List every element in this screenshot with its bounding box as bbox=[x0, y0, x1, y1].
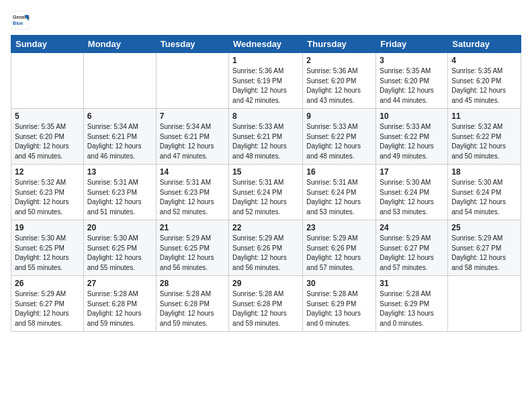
day-number: 20 bbox=[87, 223, 152, 232]
day-info: Sunrise: 5:28 AM Sunset: 6:29 PM Dayligh… bbox=[380, 289, 444, 328]
day-info: Sunrise: 5:31 AM Sunset: 6:23 PM Dayligh… bbox=[87, 178, 152, 217]
day-info: Sunrise: 5:34 AM Sunset: 6:21 PM Dayligh… bbox=[160, 122, 225, 161]
day-number: 7 bbox=[160, 111, 225, 121]
day-cell-4: 4Sunrise: 5:35 AM Sunset: 6:20 PM Daylig… bbox=[448, 53, 521, 109]
day-number: 14 bbox=[160, 167, 225, 177]
day-cell-22: 22Sunrise: 5:29 AM Sunset: 6:26 PM Dayli… bbox=[229, 220, 303, 276]
day-info: Sunrise: 5:31 AM Sunset: 6:24 PM Dayligh… bbox=[232, 178, 299, 217]
day-cell-14: 14Sunrise: 5:31 AM Sunset: 6:23 PM Dayli… bbox=[156, 165, 228, 220]
day-info: Sunrise: 5:33 AM Sunset: 6:21 PM Dayligh… bbox=[232, 122, 299, 161]
day-number: 6 bbox=[87, 111, 152, 121]
day-info: Sunrise: 5:35 AM Sunset: 6:20 PM Dayligh… bbox=[380, 66, 444, 105]
day-number: 1 bbox=[232, 56, 299, 65]
weekday-header-monday: Monday bbox=[83, 36, 156, 53]
day-cell-31: 31Sunrise: 5:28 AM Sunset: 6:29 PM Dayli… bbox=[376, 276, 448, 332]
svg-text:Blue: Blue bbox=[13, 21, 23, 26]
day-cell-9: 9Sunrise: 5:33 AM Sunset: 6:22 PM Daylig… bbox=[303, 109, 376, 165]
day-number: 10 bbox=[380, 111, 444, 121]
day-number: 24 bbox=[380, 223, 444, 232]
weekday-header-tuesday: Tuesday bbox=[156, 36, 228, 53]
day-info: Sunrise: 5:32 AM Sunset: 6:22 PM Dayligh… bbox=[451, 122, 517, 161]
day-number: 5 bbox=[15, 111, 80, 121]
day-cell-23: 23Sunrise: 5:29 AM Sunset: 6:26 PM Dayli… bbox=[303, 220, 376, 276]
day-number: 12 bbox=[15, 167, 80, 177]
day-cell-7: 7Sunrise: 5:34 AM Sunset: 6:21 PM Daylig… bbox=[156, 109, 228, 165]
day-number: 8 bbox=[232, 111, 299, 121]
weekday-header-row: SundayMondayTuesdayWednesdayThursdayFrid… bbox=[11, 36, 521, 53]
day-info: Sunrise: 5:28 AM Sunset: 6:29 PM Dayligh… bbox=[306, 289, 372, 328]
day-info: Sunrise: 5:29 AM Sunset: 6:25 PM Dayligh… bbox=[160, 234, 225, 273]
day-info: Sunrise: 5:31 AM Sunset: 6:24 PM Dayligh… bbox=[306, 178, 372, 217]
day-cell-1: 1Sunrise: 5:36 AM Sunset: 6:19 PM Daylig… bbox=[229, 53, 303, 109]
day-number: 13 bbox=[87, 167, 152, 177]
header: General Blue bbox=[11, 11, 521, 30]
day-cell-18: 18Sunrise: 5:30 AM Sunset: 6:24 PM Dayli… bbox=[448, 165, 521, 220]
day-cell-28: 28Sunrise: 5:28 AM Sunset: 6:28 PM Dayli… bbox=[156, 276, 228, 332]
logo-icon: General Blue bbox=[11, 11, 30, 30]
day-number: 15 bbox=[232, 167, 299, 177]
day-info: Sunrise: 5:28 AM Sunset: 6:28 PM Dayligh… bbox=[160, 289, 225, 328]
empty-cell bbox=[83, 53, 156, 109]
day-number: 22 bbox=[232, 223, 299, 232]
day-info: Sunrise: 5:32 AM Sunset: 6:23 PM Dayligh… bbox=[15, 178, 80, 217]
day-number: 16 bbox=[306, 167, 372, 177]
day-cell-10: 10Sunrise: 5:33 AM Sunset: 6:22 PM Dayli… bbox=[376, 109, 448, 165]
day-info: Sunrise: 5:34 AM Sunset: 6:21 PM Dayligh… bbox=[87, 122, 152, 161]
day-info: Sunrise: 5:30 AM Sunset: 6:25 PM Dayligh… bbox=[87, 234, 152, 273]
day-info: Sunrise: 5:33 AM Sunset: 6:22 PM Dayligh… bbox=[380, 122, 444, 161]
day-number: 21 bbox=[160, 223, 225, 232]
week-row-1: 1Sunrise: 5:36 AM Sunset: 6:19 PM Daylig… bbox=[11, 53, 521, 109]
day-info: Sunrise: 5:28 AM Sunset: 6:28 PM Dayligh… bbox=[232, 289, 299, 328]
day-info: Sunrise: 5:28 AM Sunset: 6:28 PM Dayligh… bbox=[87, 289, 152, 328]
day-number: 27 bbox=[87, 279, 152, 288]
day-info: Sunrise: 5:29 AM Sunset: 6:26 PM Dayligh… bbox=[306, 234, 372, 273]
day-cell-17: 17Sunrise: 5:30 AM Sunset: 6:24 PM Dayli… bbox=[376, 165, 448, 220]
day-cell-15: 15Sunrise: 5:31 AM Sunset: 6:24 PM Dayli… bbox=[229, 165, 303, 220]
day-info: Sunrise: 5:30 AM Sunset: 6:24 PM Dayligh… bbox=[451, 178, 517, 217]
day-number: 19 bbox=[15, 223, 80, 232]
week-row-5: 26Sunrise: 5:29 AM Sunset: 6:27 PM Dayli… bbox=[11, 276, 521, 332]
day-info: Sunrise: 5:35 AM Sunset: 6:20 PM Dayligh… bbox=[451, 66, 517, 105]
day-info: Sunrise: 5:30 AM Sunset: 6:25 PM Dayligh… bbox=[15, 234, 80, 273]
day-number: 25 bbox=[451, 223, 517, 232]
week-row-2: 5Sunrise: 5:35 AM Sunset: 6:20 PM Daylig… bbox=[11, 109, 521, 165]
calendar-table: SundayMondayTuesdayWednesdayThursdayFrid… bbox=[11, 35, 521, 332]
day-info: Sunrise: 5:31 AM Sunset: 6:23 PM Dayligh… bbox=[160, 178, 225, 217]
day-number: 29 bbox=[232, 279, 299, 288]
empty-cell bbox=[156, 53, 228, 109]
day-number: 4 bbox=[451, 56, 517, 65]
day-number: 2 bbox=[306, 56, 372, 65]
page-container: General Blue SundayMondayTuesdayWednesda… bbox=[11, 11, 521, 332]
day-cell-11: 11Sunrise: 5:32 AM Sunset: 6:22 PM Dayli… bbox=[448, 109, 521, 165]
day-cell-27: 27Sunrise: 5:28 AM Sunset: 6:28 PM Dayli… bbox=[83, 276, 156, 332]
empty-cell bbox=[11, 53, 84, 109]
day-cell-25: 25Sunrise: 5:29 AM Sunset: 6:27 PM Dayli… bbox=[448, 220, 521, 276]
day-info: Sunrise: 5:29 AM Sunset: 6:27 PM Dayligh… bbox=[15, 289, 80, 328]
day-cell-21: 21Sunrise: 5:29 AM Sunset: 6:25 PM Dayli… bbox=[156, 220, 228, 276]
day-number: 3 bbox=[380, 56, 444, 65]
day-info: Sunrise: 5:29 AM Sunset: 6:27 PM Dayligh… bbox=[380, 234, 444, 273]
empty-cell bbox=[448, 276, 521, 332]
day-cell-13: 13Sunrise: 5:31 AM Sunset: 6:23 PM Dayli… bbox=[83, 165, 156, 220]
day-cell-6: 6Sunrise: 5:34 AM Sunset: 6:21 PM Daylig… bbox=[83, 109, 156, 165]
weekday-header-sunday: Sunday bbox=[11, 36, 84, 53]
week-row-4: 19Sunrise: 5:30 AM Sunset: 6:25 PM Dayli… bbox=[11, 220, 521, 276]
logo: General Blue bbox=[11, 11, 30, 30]
day-cell-16: 16Sunrise: 5:31 AM Sunset: 6:24 PM Dayli… bbox=[303, 165, 376, 220]
day-number: 11 bbox=[451, 111, 517, 121]
day-number: 30 bbox=[306, 279, 372, 288]
day-number: 28 bbox=[160, 279, 225, 288]
day-info: Sunrise: 5:29 AM Sunset: 6:26 PM Dayligh… bbox=[232, 234, 299, 273]
weekday-header-friday: Friday bbox=[376, 36, 448, 53]
day-number: 9 bbox=[306, 111, 372, 121]
day-number: 18 bbox=[451, 167, 517, 177]
day-cell-26: 26Sunrise: 5:29 AM Sunset: 6:27 PM Dayli… bbox=[11, 276, 84, 332]
day-number: 26 bbox=[15, 279, 80, 288]
day-cell-2: 2Sunrise: 5:36 AM Sunset: 6:20 PM Daylig… bbox=[303, 53, 376, 109]
day-cell-29: 29Sunrise: 5:28 AM Sunset: 6:28 PM Dayli… bbox=[229, 276, 303, 332]
svg-rect-0 bbox=[11, 11, 29, 29]
day-cell-5: 5Sunrise: 5:35 AM Sunset: 6:20 PM Daylig… bbox=[11, 109, 84, 165]
day-info: Sunrise: 5:29 AM Sunset: 6:27 PM Dayligh… bbox=[451, 234, 517, 273]
weekday-header-saturday: Saturday bbox=[448, 36, 521, 53]
day-info: Sunrise: 5:36 AM Sunset: 6:20 PM Dayligh… bbox=[306, 66, 372, 105]
